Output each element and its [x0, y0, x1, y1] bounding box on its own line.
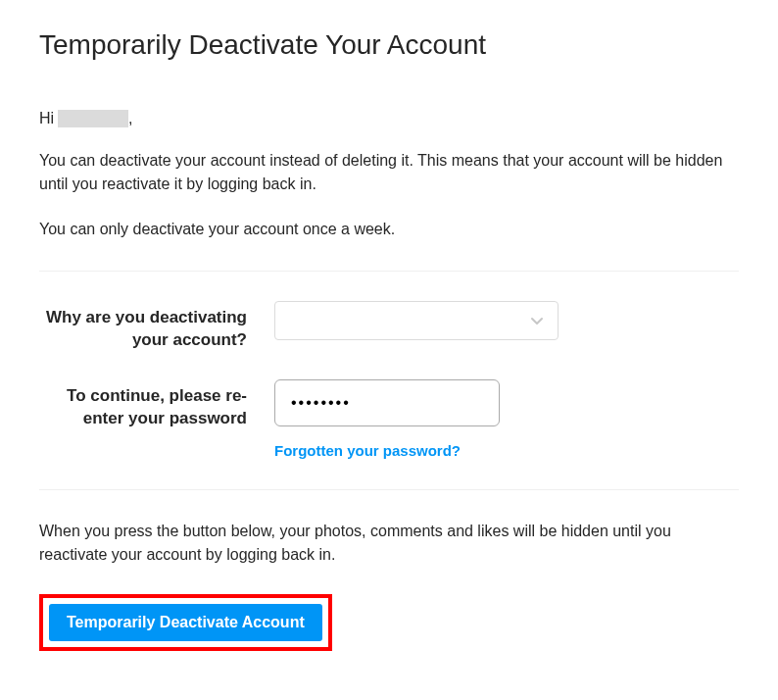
deactivate-button[interactable]: Temporarily Deactivate Account — [49, 604, 322, 641]
page-title: Temporarily Deactivate Your Account — [39, 29, 739, 61]
deactivate-description-1: You can deactivate your account instead … — [39, 149, 739, 196]
reason-select[interactable] — [274, 301, 559, 340]
button-highlight-box: Temporarily Deactivate Account — [39, 594, 332, 651]
password-label: To continue, please re-enter your passwo… — [39, 379, 274, 430]
reason-row: Why are you deactivating your account? — [39, 301, 739, 352]
password-row: To continue, please re-enter your passwo… — [39, 379, 739, 460]
password-input[interactable] — [274, 379, 500, 426]
deactivate-description-2: You can only deactivate your account onc… — [39, 218, 739, 241]
greeting-prefix: Hi — [39, 110, 54, 127]
divider-top — [39, 271, 739, 272]
greeting-line: Hi , — [39, 110, 739, 127]
divider-bottom — [39, 489, 739, 490]
greeting-suffix: , — [128, 110, 132, 127]
deactivate-description-3: When you press the button below, your ph… — [39, 520, 739, 567]
reason-label: Why are you deactivating your account? — [39, 301, 274, 352]
forgot-password-link[interactable]: Forgotten your password? — [274, 442, 461, 459]
redacted-username — [58, 110, 128, 127]
